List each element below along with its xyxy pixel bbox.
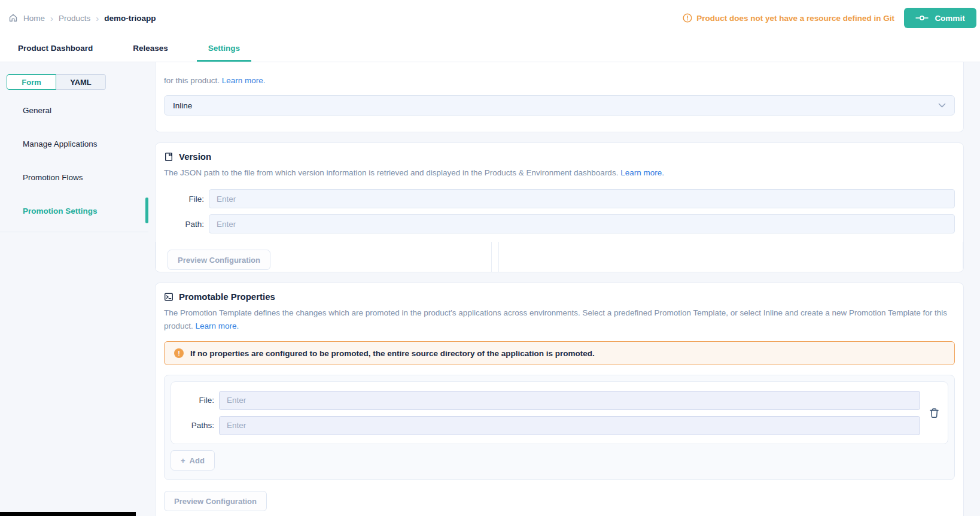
property-entry-card: File: Paths:: [171, 381, 948, 444]
home-icon[interactable]: [8, 13, 18, 23]
promotable-warning-banner: ! If no properties are configured to be …: [164, 341, 955, 365]
template-description: for this product. Learn more.: [164, 74, 955, 87]
promotable-properties-group: File: Paths:: [164, 375, 955, 480]
breadcrumb: Home › Products › demo-trioapp: [8, 13, 156, 23]
commit-button[interactable]: Commit: [904, 8, 976, 28]
settings-sidebar: Form YAML General Manage Applications Pr…: [0, 62, 148, 516]
git-warning-text: Product does not yet have a resource def…: [696, 14, 894, 23]
version-file-label: File:: [164, 195, 209, 204]
promotable-warning-text: If no properties are configured to be pr…: [190, 349, 595, 358]
promotable-learn-more-link[interactable]: Learn more.: [196, 321, 239, 330]
chevron-down-icon: [938, 103, 946, 108]
breadcrumb-separator-icon: ›: [50, 14, 53, 23]
add-button-label: Add: [190, 456, 205, 465]
property-paths-row: Paths:: [179, 416, 920, 435]
tab-settings[interactable]: Settings: [197, 36, 251, 62]
commit-button-label: Commit: [935, 14, 964, 23]
app-window: Home › Products › demo-trioapp Product d…: [0, 0, 980, 516]
warning-circle-icon: [683, 13, 692, 23]
git-resource-warning: Product does not yet have a resource def…: [683, 13, 894, 23]
property-paths-input[interactable]: [219, 416, 920, 435]
add-property-button[interactable]: + Add: [171, 450, 215, 471]
yaml-toggle-button[interactable]: YAML: [56, 74, 106, 90]
version-path-row: Path:: [164, 214, 955, 233]
promotion-template-select[interactable]: Inline: [164, 95, 955, 116]
tab-product-dashboard[interactable]: Product Dashboard: [7, 36, 104, 62]
promotable-description-text: The Promotion Template defines the chang…: [164, 308, 947, 330]
breadcrumb-home[interactable]: Home: [23, 14, 45, 23]
promotable-properties-card: Promotable Properties The Promotion Temp…: [155, 283, 964, 516]
version-bottom-panels: Preview Configuration: [156, 242, 963, 272]
version-learn-more-link[interactable]: Learn more.: [620, 168, 664, 177]
selected-template-value: Inline: [173, 101, 192, 110]
terminal-icon: [164, 292, 174, 302]
version-file-row: File:: [164, 189, 955, 208]
version-preview-configuration-button[interactable]: Preview Configuration: [168, 250, 270, 270]
version-description-text: The JSON path to the file from which ver…: [164, 168, 618, 177]
promotable-card-title: Promotable Properties: [179, 292, 275, 302]
template-learn-more-link[interactable]: Learn more.: [222, 76, 266, 85]
delete-property-button[interactable]: [920, 382, 948, 444]
form-toggle-button[interactable]: Form: [7, 74, 56, 90]
breadcrumb-separator-icon: ›: [96, 14, 99, 23]
trash-icon: [929, 408, 939, 418]
property-file-input[interactable]: [219, 391, 920, 410]
property-file-label: File:: [179, 396, 219, 405]
taskbar-fragment: [0, 512, 136, 516]
sidebar-item-manage-applications[interactable]: Manage Applications: [0, 127, 148, 160]
version-card-title: Version: [179, 151, 211, 162]
version-card: Version The JSON path to the file from w…: [155, 142, 964, 272]
header-actions: Product does not yet have a resource def…: [683, 8, 976, 28]
version-path-input[interactable]: [209, 214, 955, 233]
git-commit-icon: [915, 14, 929, 22]
promotable-preview-configuration-button[interactable]: Preview Configuration: [164, 491, 267, 511]
sidebar-menu: General Manage Applications Promotion Fl…: [0, 93, 148, 227]
breadcrumb-products[interactable]: Products: [59, 14, 90, 23]
promotion-template-card: for this product. Learn more. Inline: [155, 62, 964, 132]
active-item-indicator: [145, 198, 148, 223]
property-file-row: File:: [179, 391, 920, 410]
property-paths-label: Paths:: [179, 421, 219, 430]
version-path-label: Path:: [164, 220, 209, 229]
version-preview-panel: Preview Configuration: [156, 242, 492, 272]
version-preview-output-panel: [498, 242, 963, 272]
settings-body: Form YAML General Manage Applications Pr…: [0, 62, 980, 516]
breadcrumb-current-product: demo-trioapp: [104, 14, 156, 23]
template-description-text: for this product.: [164, 76, 220, 85]
warning-filled-icon: !: [174, 348, 184, 358]
promotable-description: The Promotion Template defines the chang…: [164, 306, 955, 333]
sidebar-divider: [0, 232, 148, 232]
version-file-input[interactable]: [209, 189, 955, 208]
sidebar-item-promotion-flows[interactable]: Promotion Flows: [0, 160, 148, 194]
version-document-icon: [164, 152, 174, 162]
top-header: Home › Products › demo-trioapp Product d…: [0, 0, 980, 36]
version-description: The JSON path to the file from which ver…: [164, 166, 955, 180]
property-fields: File: Paths:: [179, 391, 920, 435]
settings-main-panel: for this product. Learn more. Inline: [155, 62, 964, 516]
version-card-header: Version: [164, 151, 955, 162]
product-tab-bar: Product Dashboard Releases Settings: [0, 36, 980, 62]
plus-icon: +: [181, 456, 185, 465]
tab-releases[interactable]: Releases: [121, 36, 179, 62]
sidebar-item-promotion-settings[interactable]: Promotion Settings: [0, 194, 148, 227]
sidebar-item-general[interactable]: General: [0, 93, 148, 127]
form-yaml-toggle: Form YAML: [7, 74, 106, 90]
promotable-card-header: Promotable Properties: [164, 292, 955, 302]
